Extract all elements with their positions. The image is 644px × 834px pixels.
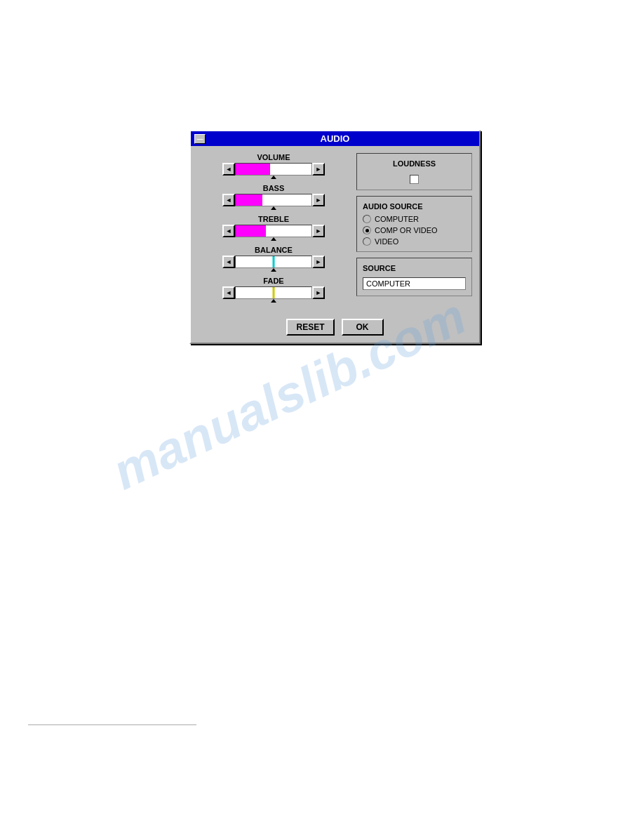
fade-marker <box>271 299 276 303</box>
bass-label: BASS <box>263 184 285 192</box>
balance-marker <box>271 268 276 272</box>
radio-video-label: VIDEO <box>375 237 398 246</box>
source-input[interactable] <box>363 277 466 290</box>
treble-decrease-button[interactable]: ◄ <box>222 225 235 237</box>
page-background: manualslib.com — AUDIO VOLUME ◄ ► <box>0 0 644 834</box>
balance-thumb <box>273 256 275 267</box>
bass-increase-button[interactable]: ► <box>312 194 325 206</box>
dialog-title: AUDIO <box>321 133 350 144</box>
bottom-rule <box>28 724 196 725</box>
volume-label: VOLUME <box>257 153 290 161</box>
bass-track[interactable] <box>235 194 312 206</box>
bass-fill <box>236 194 262 206</box>
fade-increase-button[interactable]: ► <box>312 286 325 299</box>
bass-decrease-button[interactable]: ◄ <box>222 194 235 206</box>
balance-track[interactable] <box>235 256 312 268</box>
loudness-box: LOUDNESS <box>356 153 472 190</box>
volume-slider-row: ◄ ► <box>222 163 325 176</box>
bass-marker <box>271 206 276 210</box>
radio-comp-or-video-row: COMP OR VIDEO <box>363 226 466 234</box>
treble-increase-button[interactable]: ► <box>312 225 325 237</box>
reset-button[interactable]: RESET <box>286 319 334 336</box>
loudness-group: LOUDNESS <box>363 159 466 184</box>
volume-decrease-button[interactable]: ◄ <box>222 163 235 176</box>
balance-increase-button[interactable]: ► <box>312 256 325 268</box>
dialog-body: VOLUME ◄ ► BASS ◄ <box>191 146 479 313</box>
ok-button[interactable]: OK <box>342 319 384 336</box>
fade-track[interactable] <box>235 286 312 299</box>
fade-slider-row: ◄ ► <box>222 286 325 299</box>
sliders-panel: VOLUME ◄ ► BASS ◄ <box>198 153 349 306</box>
bass-group: BASS ◄ ► <box>198 184 349 211</box>
source-box: SOURCE <box>356 258 472 296</box>
volume-marker <box>271 176 276 179</box>
title-bar: — AUDIO <box>191 131 479 146</box>
balance-slider-row: ◄ ► <box>222 256 325 268</box>
loudness-title: LOUDNESS <box>393 159 436 168</box>
dialog-footer: RESET OK <box>191 313 479 343</box>
radio-comp-or-video-label: COMP OR VIDEO <box>375 226 438 234</box>
volume-track[interactable] <box>235 163 312 176</box>
balance-label: BALANCE <box>255 246 293 254</box>
audio-source-radio-group: COMPUTER COMP OR VIDEO VIDEO <box>363 215 466 246</box>
source-title: SOURCE <box>363 264 466 272</box>
radio-computer-label: COMPUTER <box>375 215 419 223</box>
radio-computer-row: COMPUTER <box>363 215 466 223</box>
bass-slider-row: ◄ ► <box>222 194 325 206</box>
treble-fill <box>236 225 266 237</box>
audio-dialog: — AUDIO VOLUME ◄ ► <box>189 130 481 344</box>
radio-computer[interactable] <box>363 215 371 223</box>
treble-label: TREBLE <box>258 215 289 223</box>
volume-group: VOLUME ◄ ► <box>198 153 349 180</box>
radio-comp-or-video[interactable] <box>363 226 371 234</box>
treble-track[interactable] <box>235 225 312 237</box>
audio-source-title: AUDIO SOURCE <box>363 202 466 211</box>
minimize-button[interactable]: — <box>194 134 206 144</box>
fade-label: FADE <box>263 277 283 285</box>
treble-group: TREBLE ◄ ► <box>198 215 349 241</box>
fade-group: FADE ◄ ► <box>198 277 349 303</box>
balance-decrease-button[interactable]: ◄ <box>222 256 235 268</box>
fade-decrease-button[interactable]: ◄ <box>222 286 235 299</box>
treble-marker <box>271 237 276 241</box>
treble-slider-row: ◄ ► <box>222 225 325 237</box>
radio-video[interactable] <box>363 237 371 246</box>
audio-source-box: AUDIO SOURCE COMPUTER COMP OR VIDEO <box>356 196 472 252</box>
radio-video-row: VIDEO <box>363 237 466 246</box>
volume-increase-button[interactable]: ► <box>312 163 325 176</box>
fade-thumb <box>273 287 275 298</box>
balance-group: BALANCE ◄ ► <box>198 246 349 272</box>
loudness-checkbox[interactable] <box>410 175 419 184</box>
volume-fill <box>236 164 270 175</box>
right-panel: LOUDNESS AUDIO SOURCE COMPUTER <box>356 153 472 306</box>
